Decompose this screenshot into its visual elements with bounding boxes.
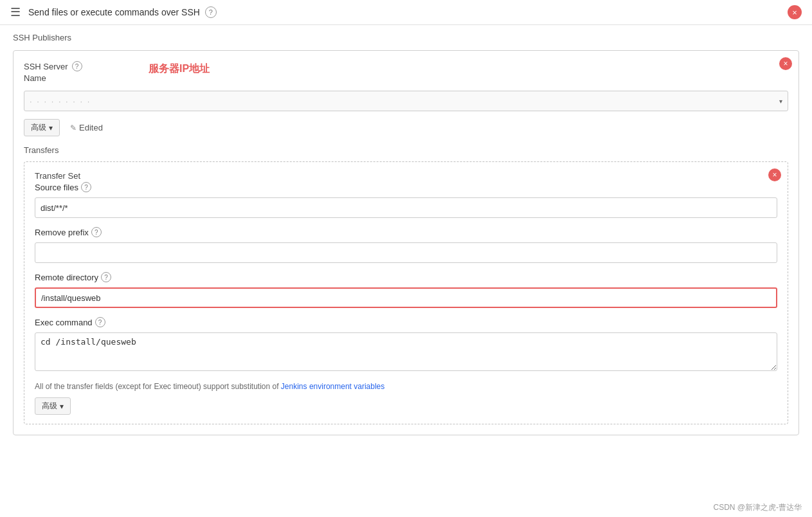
- footer: CSDN @新津之虎-曹达华: [703, 498, 812, 517]
- remove-prefix-help-icon[interactable]: ?: [91, 227, 102, 237]
- remove-prefix-input[interactable]: [35, 242, 777, 263]
- server-ip-annotation: 服务器IP地址: [149, 62, 210, 76]
- ssh-publishers-label: SSH Publishers: [13, 33, 799, 42]
- exec-command-label-row: Exec command ?: [35, 317, 777, 327]
- edited-indicator: ✎ Edited: [70, 123, 103, 132]
- ssh-server-help-icon[interactable]: ?: [72, 61, 82, 71]
- hamburger-icon[interactable]: ☰: [10, 5, 21, 19]
- dialog-title: Send files or execute commands over SSH: [28, 7, 200, 17]
- advanced-chevron-icon: ▾: [49, 123, 53, 132]
- transfer-set-title: Transfer Set: [35, 171, 777, 181]
- main-content: SSH Publishers × SSH Server Name ? 服务器IP…: [0, 25, 812, 458]
- transfer-set-card: × Transfer Set Source files ? Remove pre…: [24, 161, 788, 424]
- exec-command-label: Exec command: [35, 318, 93, 327]
- remote-directory-group: Remote directory ? 可自定义文件名: [35, 272, 777, 308]
- ssh-server-card: × SSH Server Name ? 服务器IP地址 · · · · · · …: [13, 50, 799, 435]
- remove-prefix-label: Remove prefix: [35, 228, 89, 237]
- remote-directory-help-icon[interactable]: ?: [101, 272, 111, 282]
- source-files-label-row: Source files ?: [35, 182, 777, 192]
- advanced-label: 高级: [31, 122, 46, 133]
- remote-directory-input[interactable]: [35, 287, 777, 308]
- transfers-label: Transfers: [24, 145, 788, 155]
- remote-directory-label-row: Remote directory ?: [35, 272, 777, 282]
- source-files-label: Source files: [35, 183, 78, 192]
- dialog-header: ☰ Send files or execute commands over SS…: [0, 0, 812, 25]
- source-files-help-icon[interactable]: ?: [81, 182, 91, 192]
- pencil-icon: ✎: [70, 123, 77, 132]
- ssh-server-name-select[interactable]: · · · · · · · · · ▾: [24, 91, 788, 111]
- remote-directory-label: Remote directory: [35, 273, 98, 282]
- select-chevron-icon: ▾: [779, 98, 782, 105]
- remove-prefix-group: Remove prefix ?: [35, 227, 777, 263]
- remove-prefix-label-row: Remove prefix ?: [35, 227, 777, 237]
- dialog-close-button[interactable]: ×: [788, 5, 802, 19]
- footer-text: CSDN @新津之虎-曹达华: [713, 503, 802, 512]
- ssh-server-close-button[interactable]: ×: [779, 57, 792, 70]
- exec-command-group: Exec command ? cd /install/quesweb: [35, 317, 777, 373]
- jenkins-env-vars-link[interactable]: Jenkins environment variables: [281, 382, 384, 391]
- source-files-group: Source files ?: [35, 182, 777, 218]
- advanced-bottom-button[interactable]: 高级 ▾: [35, 397, 71, 415]
- edited-text: Edited: [79, 123, 103, 132]
- advanced-button[interactable]: 高级 ▾: [24, 119, 60, 136]
- source-files-input[interactable]: [35, 197, 777, 218]
- header-help-icon[interactable]: ?: [205, 6, 217, 18]
- advanced-bottom-chevron-icon: ▾: [60, 402, 64, 411]
- advanced-bottom-label: 高级: [42, 401, 57, 412]
- transfer-info-text: All of the transfer fields (except for E…: [35, 382, 777, 391]
- select-placeholder-text: · · · · · · · · ·: [30, 96, 91, 106]
- ssh-server-name-label: SSH Server Name: [24, 61, 68, 84]
- transfer-set-close-button[interactable]: ×: [768, 168, 781, 181]
- exec-command-help-icon[interactable]: ?: [95, 317, 105, 327]
- exec-command-textarea[interactable]: cd /install/quesweb: [35, 332, 777, 371]
- toolbar-row: 高级 ▾ ✎ Edited: [24, 119, 788, 136]
